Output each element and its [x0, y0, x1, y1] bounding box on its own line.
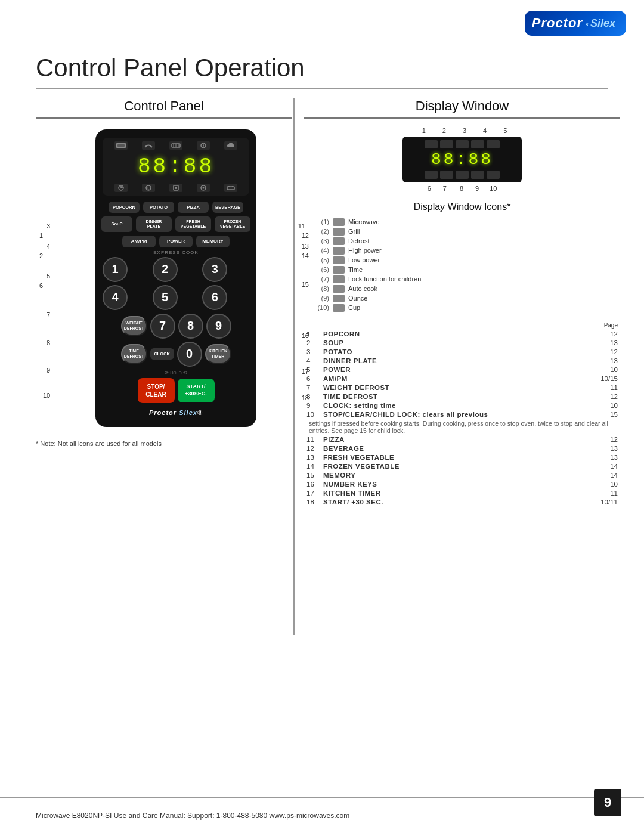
display-time: 88:88 — [107, 152, 244, 181]
table-row: 3POTATO12 — [304, 348, 620, 357]
time-defrost-button[interactable]: TIMEDEFROST — [121, 344, 147, 364]
ampm-button[interactable]: AM/PM — [122, 236, 156, 247]
footnote: * Note: Not all icons are used for all m… — [36, 439, 292, 449]
weight-defrost-button[interactable]: WEIGHTDEFROST — [121, 316, 147, 336]
icon-thumb-6 — [333, 266, 345, 274]
brand-proctor: Proctor — [532, 16, 583, 31]
button-row-1: POPCORN POTATO PIZZA BEVERAGE — [103, 202, 249, 213]
button-row-3: AM/PM POWER MEMORY — [103, 236, 249, 247]
display-icon-10 — [224, 184, 237, 192]
table-row: 1POPCORN12 — [304, 330, 620, 339]
fresh-vegetable-button[interactable]: FRESHVEGETABLE — [175, 216, 211, 233]
icon-item-10: (10) Cup — [316, 304, 608, 312]
diag-icon-4 — [471, 140, 484, 148]
stop-clear-button[interactable]: STOP/CLEAR — [138, 378, 175, 403]
number-grid: 1 2 3 4 5 6 — [103, 257, 249, 310]
table-row-desc: settings if pressed before cooking start… — [304, 419, 620, 435]
left-section-header: Control Panel — [36, 98, 292, 114]
pizza-button[interactable]: PIZZA — [178, 202, 209, 213]
diag-icon-2 — [440, 140, 453, 148]
express-cook-label: EXPRESS COOK — [103, 250, 249, 255]
column-divider — [293, 98, 295, 635]
icon-thumb-9 — [333, 295, 345, 302]
footnote-text: * Note: Not all icons are used for all m… — [36, 440, 162, 447]
footer-text: Microwave E8020NP-SI Use and Care Manual… — [36, 812, 349, 820]
brand-logo: Proctor ₛ Silex — [525, 11, 626, 36]
num-789-group: 7 8 9 — [150, 314, 231, 339]
icon-thumb-4 — [333, 247, 345, 255]
beverage-button[interactable]: BEVERAGE — [212, 202, 243, 213]
kitchen-timer-button[interactable]: KITCHENTIMER — [205, 344, 231, 364]
table-row: 12BEVERAGE13 — [304, 444, 620, 453]
icon-thumb-1 — [333, 218, 345, 226]
clock-button[interactable]: CLOCK — [150, 348, 174, 360]
logo-area: Proctor ₛ Silex — [525, 11, 626, 36]
callout-7: 7 — [47, 311, 50, 318]
table-row: 16NUMBER KEYS10 — [304, 480, 620, 489]
callout-1: 1 — [39, 232, 43, 239]
table-row: 10STOP/CLEAR/CHILD LOCK: clears all prev… — [304, 410, 620, 419]
display-numbers-bottom: 6 7 8 9 10 — [428, 185, 497, 192]
table-row: 5POWER10 — [304, 366, 620, 374]
num-9-button[interactable]: 9 — [206, 314, 231, 339]
diag-icons-bottom — [408, 171, 516, 179]
display-window-icons-header: Display Window Icons* — [304, 202, 620, 212]
icon-thumb-10 — [333, 304, 345, 312]
num-6-button[interactable]: 6 — [202, 285, 227, 310]
table-row: 8TIME DEFROST12 — [304, 392, 620, 401]
icon-item-7: (7) Lock function for children — [316, 275, 608, 283]
num-0-button[interactable]: 0 — [177, 342, 202, 367]
reference-table: Page 1POPCORN122SOUP133POTATO124DINNER P… — [304, 321, 620, 507]
icon-item-9: (9) Ounce — [316, 295, 608, 302]
num-1-button[interactable]: 1 — [103, 257, 128, 282]
microwave-panel: 88:88 L — [95, 129, 256, 427]
callout-4: 4 — [47, 243, 50, 250]
svg-point-17 — [203, 187, 205, 188]
icon-thumb-7 — [333, 275, 345, 283]
callout-10: 10 — [43, 392, 50, 399]
num-3-button[interactable]: 3 — [202, 257, 227, 282]
display-icon-2 — [142, 141, 155, 150]
display-icon-9 — [197, 184, 210, 192]
display-icon-6 — [114, 184, 128, 192]
popcorn-button[interactable]: POPCORN — [109, 202, 140, 213]
display-icon-8 — [169, 184, 182, 192]
num-7-button[interactable]: 7 — [150, 314, 175, 339]
icon-item-8: (8) Auto cook — [316, 285, 608, 293]
callout-2: 2 — [39, 252, 43, 259]
bottom-row: STOP/CLEAR START/+30SEC. — [103, 378, 249, 403]
num-2-button[interactable]: 2 — [153, 257, 178, 282]
display-top-icons — [107, 141, 244, 150]
power-button[interactable]: POWER — [159, 236, 193, 247]
table-body: 1POPCORN122SOUP133POTATO124DINNER PLATE1… — [304, 330, 620, 507]
diag-icon-3 — [456, 140, 469, 148]
dinner-plate-button[interactable]: DINNERPLATE — [136, 216, 172, 233]
potato-button[interactable]: POTATO — [143, 202, 174, 213]
table-row: 11PIZZA12 — [304, 435, 620, 444]
table-row: 4DINNER PLATE13 — [304, 357, 620, 366]
frozen-vegetable-button[interactable]: FROZENVEGETABLE — [215, 216, 250, 233]
table-header-row: Page — [304, 321, 620, 330]
num-4-button[interactable]: 4 — [103, 285, 128, 310]
panel-brand-label: Proctor Silex® — [103, 409, 249, 416]
icon-item-5: (5) Low power — [316, 256, 608, 264]
brand-silex: Silex — [590, 17, 615, 30]
panel-region: 3 1 4 2 5 6 7 8 9 10 11 12 13 14 15 16 1… — [60, 129, 292, 427]
panel-wrapper: 88:88 L — [60, 129, 292, 427]
footer-bar: Microwave E8020NP-SI Use and Care Manual… — [0, 797, 644, 833]
diag-time: 88:88 — [408, 150, 516, 169]
icon-item-1: (1) Microwave — [316, 218, 608, 226]
num-8-button[interactable]: 8 — [178, 314, 203, 339]
table-row: 2SOUP13 — [304, 339, 620, 348]
right-section-header: Display Window — [304, 98, 620, 114]
num-5-button[interactable]: 5 — [153, 285, 178, 310]
icon-thumb-3 — [333, 237, 345, 245]
icons-list: (1) Microwave (2) Grill (3) Defrost (4) … — [304, 218, 620, 312]
table-row: 17KITCHEN TIMER11 — [304, 489, 620, 498]
soup-button[interactable]: SouP — [101, 216, 132, 233]
diag-icon-1 — [425, 140, 438, 148]
start-button[interactable]: START/+30SEC. — [178, 379, 215, 402]
title-rule — [36, 88, 608, 89]
memory-button[interactable]: MEMORY — [196, 236, 230, 247]
display-icon-4 — [197, 141, 210, 150]
